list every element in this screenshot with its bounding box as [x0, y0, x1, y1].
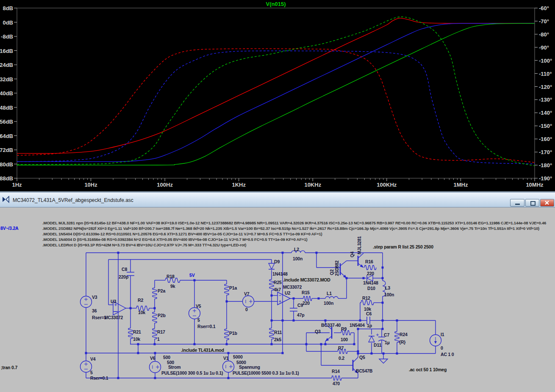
plot-title: V(n015): [266, 1, 286, 7]
trace-phase-r-25-red-: [17, 49, 535, 163]
x-axis-freq-label: 10Hz: [84, 182, 97, 188]
close-icon: [541, 199, 554, 206]
y-axis-db-label: -56dB: [0, 119, 13, 125]
y-axis-db-label: -40dB: [0, 90, 13, 97]
trace-gain-r-250-blue-: [17, 23, 535, 162]
y-axis-phase-label: -80°: [539, 31, 549, 38]
x-axis-freq-label: 1Hz: [12, 182, 22, 188]
y-axis-db-label: -72dB: [0, 147, 13, 153]
y-axis-phase-label: -60°: [539, 5, 549, 11]
y-axis-db-label: -24dB: [0, 62, 13, 68]
restore-button[interactable]: [525, 199, 539, 207]
y-axis-phase-label: -130°: [539, 97, 552, 103]
schematic-window-titlebar[interactable]: MC34072_TL431A_5VRef_abgespeckt_Endstufe…: [0, 193, 555, 207]
y-axis-phase-label: -140°: [539, 110, 552, 116]
y-axis-phase-label: -160°: [539, 136, 552, 142]
trace-gain-r-2500-green-: [17, 23, 535, 165]
close-button[interactable]: [540, 199, 554, 207]
x-axis-freq-label: 10MHz: [526, 182, 544, 188]
x-axis-freq-label: 1MHz: [453, 182, 468, 188]
y-axis-db-label: -8dB: [1, 33, 13, 40]
waveform-viewer[interactable]: 8dB0dB-8dB-16dB-24dB-32dB-40dB-48dB-56dB…: [0, 0, 555, 191]
y-axis-db-label: -64dB: [0, 133, 13, 139]
y-axis-phase-label: -110°: [539, 71, 552, 77]
y-axis-phase-label: -190°: [539, 175, 552, 182]
y-axis-db-label: -88dB: [0, 175, 13, 182]
x-axis-freq-label: 10KHz: [304, 182, 321, 188]
y-axis-phase-label: -100°: [539, 58, 552, 64]
restore-icon: [530, 201, 536, 206]
y-axis-db-label: 0dB: [3, 19, 13, 26]
y-axis-db-label: -16dB: [0, 48, 13, 54]
y-axis-db-label: -32dB: [0, 76, 13, 83]
y-axis-phase-label: -150°: [539, 123, 552, 129]
y-axis-db-label: -48dB: [0, 105, 13, 111]
window-title: MC34072_TL431A_5VRef_abgespeckt_Endstufe…: [13, 197, 133, 203]
y-axis-db-label: -80dB: [0, 161, 13, 168]
schematic-editor[interactable]: [0, 207, 555, 392]
y-axis-phase-label: -120°: [539, 84, 552, 90]
trace-phase-r-250-blue-: [17, 51, 535, 164]
x-axis-freq-label: 1KHz: [232, 182, 246, 188]
y-axis-phase-label: -170°: [539, 149, 552, 155]
y-axis-phase-label: -70°: [539, 18, 549, 25]
x-axis-freq-label: 100Hz: [157, 182, 173, 188]
minimize-button[interactable]: [510, 199, 524, 207]
trace-phase-r-2500-green-: [17, 17, 535, 166]
y-axis-phase-label: -90°: [539, 44, 549, 51]
bode-plot: 8dB0dB-8dB-16dB-24dB-32dB-40dB-48dB-56dB…: [0, 0, 555, 191]
x-axis-freq-label: 100KHz: [377, 182, 397, 188]
trace-gain-r-25-red-: [17, 18, 535, 154]
y-axis-phase-label: -180°: [539, 162, 552, 168]
y-axis-db-label: 8dB: [3, 5, 13, 11]
minimize-icon: [515, 204, 520, 205]
ltspice-schematic-icon: [2, 196, 10, 203]
